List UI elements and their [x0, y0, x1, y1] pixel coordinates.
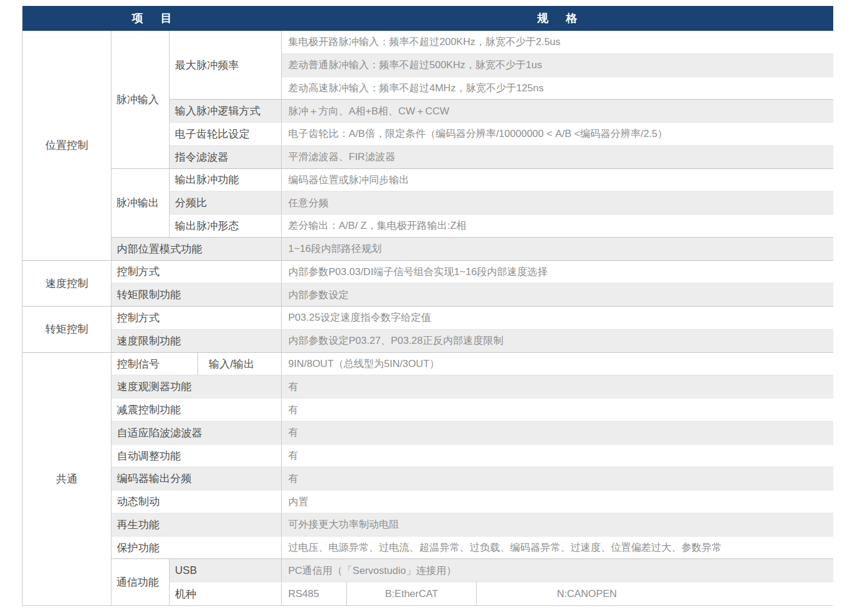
spec-auto-tuning: 有 — [281, 445, 833, 468]
spec-differential-normal-pulse-input: 差动普通脉冲输入：频率不超过500KHz，脉宽不少于1us — [281, 54, 833, 77]
spec-e-gear-ratio: 电子齿轮比：A/B倍，限定条件（编码器分辨率/10000000 < A/B <编… — [281, 123, 833, 146]
group-label-pulse-input: 脉冲输入 — [111, 31, 169, 169]
spec-division-ratio: 任意分频 — [281, 191, 833, 215]
row-label-model: 机种 — [169, 582, 281, 605]
spec-output-pulse-form: 差分输出：A/B/ Z，集电极开路输出:Z相 — [281, 215, 833, 238]
row-label-output-pulse-function: 输出脉冲功能 — [169, 169, 281, 192]
table-header-item-label: 项目 — [114, 11, 189, 26]
spec-adaptive-notch-filter: 有 — [281, 422, 833, 445]
spec-protection: 过电压、电源异常、过电流、超温异常、过负载、编码器异常、过速度、位置偏差过大、参… — [281, 537, 833, 560]
row-label-usb: USB — [169, 559, 281, 582]
group-label-communication: 通信功能 — [111, 559, 169, 605]
row-label-speed-control-mode: 控制方式 — [111, 261, 281, 284]
row-label-internal-position-mode: 内部位置模式功能 — [111, 238, 281, 261]
spec-regeneration: 可外接更大功率制动电阻 — [281, 513, 833, 537]
spec-model-rs485: RS485 — [281, 582, 346, 605]
spec-usb: PC通信用（「Servostudio」连接用） — [281, 559, 833, 582]
spec-model-canopen: N:CANOPEN — [476, 582, 833, 605]
row-label-output-pulse-form: 输出脉冲形态 — [169, 215, 281, 238]
section-label-torque-control: 转矩控制 — [23, 307, 111, 353]
table-header-spec: 规格 — [281, 6, 833, 31]
section-label-common: 共通 — [23, 353, 111, 605]
spec-torque-control-mode: P03.25设定速度指令数字给定值 — [281, 307, 833, 330]
spec-internal-position-mode: 1~16段内部路径规划 — [281, 238, 833, 261]
row-label-adaptive-notch-filter: 自适应陷波滤波器 — [111, 422, 281, 445]
row-label-max-pulse-freq: 最大脉冲频率 — [169, 31, 281, 100]
spec-model-ethercat: B:EtherCAT — [346, 582, 476, 605]
row-label-input-output: 输入/输出 — [197, 353, 281, 376]
row-label-torque-limit: 转矩限制功能 — [111, 283, 281, 307]
spec-output-pulse-function: 编码器位置或脉冲同步输出 — [281, 169, 833, 192]
spec-control-signal-io: 9IN/8OUT（总线型为5IN/3OUT） — [281, 353, 833, 376]
spec-sheet-page: 项目 规格 位置控制 脉冲输入 最大脉冲频率 集电极开路脉冲输入：频率不超过20… — [0, 0, 854, 616]
row-label-regeneration: 再生功能 — [111, 513, 281, 537]
group-label-pulse-output: 脉冲输出 — [111, 169, 169, 238]
row-label-dynamic-brake: 动态制动 — [111, 490, 281, 513]
spec-command-filter: 平滑滤波器、FIR滤波器 — [281, 146, 833, 169]
table-header-item: 项目 — [23, 6, 281, 31]
row-label-encoder-output-division: 编码器输出分频 — [111, 467, 281, 490]
spec-vibration-control: 有 — [281, 398, 833, 422]
spec-input-pulse-logic: 脉冲＋方向、A相+B相、CW＋CCW — [281, 100, 833, 123]
row-label-speed-limit: 速度限制功能 — [111, 330, 281, 353]
row-label-control-signal: 控制信号 — [111, 353, 197, 376]
row-label-command-filter: 指令滤波器 — [169, 146, 281, 169]
table-header-spec-label: 规格 — [520, 11, 594, 26]
row-label-torque-control-mode: 控制方式 — [111, 307, 281, 330]
spec-torque-limit: 内部参数设定 — [281, 283, 833, 307]
spec-speed-observer: 有 — [281, 375, 833, 398]
spec-encoder-output-division: 有 — [281, 467, 833, 490]
specification-table: 项目 规格 位置控制 脉冲输入 最大脉冲频率 集电极开路脉冲输入：频率不超过20… — [22, 6, 833, 606]
row-label-vibration-control: 减震控制功能 — [111, 398, 281, 422]
row-label-auto-tuning: 自动调整功能 — [111, 445, 281, 468]
spec-differential-highspeed-pulse-input: 差动高速脉冲输入：频率不超过4MHz，脉宽不少于125ns — [281, 77, 833, 100]
row-label-input-pulse-logic: 输入脉冲逻辑方式 — [169, 100, 281, 123]
row-label-division-ratio: 分频比 — [169, 191, 281, 215]
spec-speed-limit: 内部参数设定P03.27、P03.28正反内部速度限制 — [281, 330, 833, 353]
row-label-protection: 保护功能 — [111, 537, 281, 560]
spec-open-collector-pulse-input: 集电极开路脉冲输入：频率不超过200KHz，脉宽不少于2.5us — [281, 31, 833, 54]
spec-speed-control-mode: 内部参数P03.03/DI端子信号组合实现1~16段内部速度选择 — [281, 261, 833, 284]
row-label-e-gear-ratio: 电子齿轮比设定 — [169, 123, 281, 146]
section-label-speed-control: 速度控制 — [23, 261, 111, 307]
row-label-speed-observer: 速度观测器功能 — [111, 375, 281, 398]
spec-dynamic-brake: 内置 — [281, 490, 833, 513]
section-label-position-control: 位置控制 — [23, 31, 111, 261]
